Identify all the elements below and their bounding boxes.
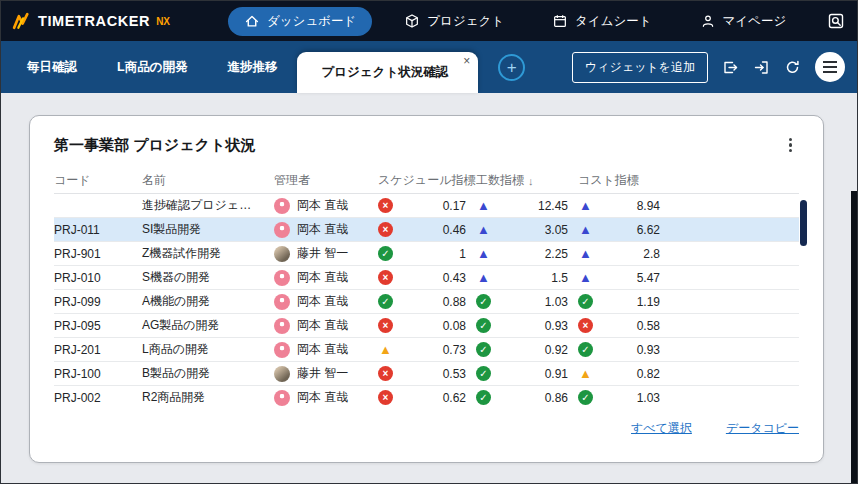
- manager-name: 岡本 直哉: [297, 341, 348, 358]
- brand-suffix: NX: [156, 16, 170, 27]
- cell-project-code: PRJ-095: [54, 319, 142, 333]
- nav-item-project[interactable]: プロジェクト: [388, 7, 520, 36]
- table-row[interactable]: PRJ-095 AG製品の開発 岡本 直哉 × 0.08 ✓ 0.93 × 0.…: [54, 314, 799, 338]
- import-button[interactable]: [753, 59, 770, 76]
- hamburger-icon: [823, 61, 837, 63]
- table-row[interactable]: PRJ-011 SI製品開発 岡本 直哉 × 0.46 ▲ 3.05 ▲ 6.6…: [54, 218, 799, 242]
- table-row[interactable]: PRJ-002 R2商品開発 岡本 直哉 × 0.62 ✓ 0.86 ✓ 1.0…: [54, 386, 799, 408]
- widget-tabs: 毎日確認 L商品の開発 進捗推移 プロジェクト状況確認 × +: [7, 41, 525, 93]
- schedule-value: 0.17: [443, 199, 466, 213]
- tab-label: L商品の開発: [117, 59, 187, 76]
- cost-value: 6.62: [637, 223, 660, 237]
- manager-name: 岡本 直哉: [297, 221, 348, 238]
- cell-cost-indicator: ▲ 6.62: [578, 222, 670, 237]
- cell-manager: 岡本 直哉: [274, 341, 378, 358]
- tab-project-status-check[interactable]: プロジェクト状況確認 ×: [297, 52, 478, 93]
- table-row[interactable]: PRJ-201 L商品の開発 岡本 直哉 ▲ 0.73 ✓ 0.92 ✓ 0.9…: [54, 338, 799, 362]
- nav-item-label: プロジェクト: [427, 13, 504, 30]
- cell-effort-indicator: ✓ 0.86: [476, 390, 578, 405]
- export-button[interactable]: [722, 59, 739, 76]
- nav-item-timesheet[interactable]: タイムシート: [536, 7, 667, 36]
- tab-label: 毎日確認: [27, 59, 77, 76]
- column-header-code[interactable]: コード: [54, 172, 142, 189]
- tab-bar-actions: ウィジェットを追加: [572, 41, 857, 93]
- cell-manager: 岡本 直哉: [274, 389, 378, 406]
- tab-l-product-development[interactable]: L商品の開発: [97, 41, 207, 93]
- effort-status-icon: ▲: [476, 222, 491, 237]
- refresh-button[interactable]: [784, 59, 801, 76]
- cell-manager: 岡本 直哉: [274, 293, 378, 310]
- page-scrollbar-thumb[interactable]: [851, 191, 857, 484]
- table-scrollbar-thumb[interactable]: [800, 200, 807, 246]
- nav-item-label: タイムシート: [575, 13, 651, 30]
- table-row[interactable]: PRJ-901 Z機器試作開発 藤井 智一 ✓ 1 ▲ 2.25 ▲ 2.8: [54, 242, 799, 266]
- schedule-status-icon: ×: [378, 222, 393, 237]
- kebab-icon: [789, 138, 792, 141]
- effort-value: 0.92: [545, 343, 568, 357]
- effort-value: 1.5: [551, 271, 568, 285]
- table-row[interactable]: PRJ-099 A機能の開発 岡本 直哉 ✓ 0.88 ✓ 1.03 ✓ 1.1…: [54, 290, 799, 314]
- column-header-effort[interactable]: 工数指標 ↓: [476, 172, 578, 189]
- column-header-schedule[interactable]: スケジュール指標: [378, 172, 476, 189]
- schedule-status-icon: ×: [378, 198, 393, 213]
- cell-manager: 岡本 直哉: [274, 317, 378, 334]
- cost-value: 0.58: [637, 319, 660, 333]
- schedule-status-icon: ×: [378, 270, 393, 285]
- effort-value: 2.25: [545, 247, 568, 261]
- cost-status-icon: ✓: [578, 294, 593, 309]
- cell-project-name: A機能の開発: [142, 293, 274, 310]
- add-tab-button[interactable]: +: [498, 54, 525, 81]
- select-all-link[interactable]: すべて選択: [631, 420, 692, 437]
- column-header-cost[interactable]: コスト指標: [578, 172, 670, 189]
- hamburger-menu-button[interactable]: [815, 52, 845, 82]
- close-icon[interactable]: ×: [463, 55, 470, 67]
- table-row[interactable]: PRJ-010 S機器の開発 岡本 直哉 × 0.43 ▲ 1.5 ▲ 5.47: [54, 266, 799, 290]
- effort-value: 1.03: [545, 295, 568, 309]
- primary-nav: ダッシュボード プロジェクト タイムシート: [228, 7, 802, 36]
- nav-item-mypage[interactable]: マイページ: [684, 7, 803, 36]
- effort-status-icon: ✓: [476, 342, 491, 357]
- cost-value: 2.8: [643, 247, 660, 261]
- effort-status-icon: ✓: [476, 294, 491, 309]
- tab-progress-trend[interactable]: 進捗推移: [207, 41, 297, 93]
- column-header-name[interactable]: 名前: [142, 172, 274, 189]
- add-widget-button[interactable]: ウィジェットを追加: [572, 52, 708, 83]
- manager-avatar: [274, 294, 290, 310]
- dashboard-content: 第一事業部 プロジェクト状況 コード 名前 管理者 スケジュール指標 工数指標 …: [1, 93, 857, 484]
- manager-avatar: [274, 342, 290, 358]
- cost-status-icon: ✓: [578, 390, 593, 405]
- effort-status-icon: ✓: [476, 390, 491, 405]
- cell-project-code: PRJ-002: [54, 391, 142, 405]
- schedule-status-icon: ✓: [378, 246, 393, 261]
- cost-status-icon: ✓: [578, 342, 593, 357]
- manager-avatar: [274, 198, 290, 214]
- column-header-manager[interactable]: 管理者: [274, 172, 378, 189]
- schedule-value: 0.53: [443, 367, 466, 381]
- cell-cost-indicator: ▲ 2.8: [578, 246, 670, 261]
- schedule-value: 0.62: [443, 391, 466, 405]
- table-row[interactable]: 進捗確認プロジェ… 岡本 直哉 × 0.17 ▲ 12.45 ▲ 8.94: [54, 194, 799, 218]
- cost-value: 1.19: [637, 295, 660, 309]
- tab-daily-check[interactable]: 毎日確認: [7, 41, 97, 93]
- kebab-menu-button[interactable]: [782, 134, 799, 157]
- tab-label: 進捗推移: [227, 59, 277, 76]
- cost-value: 0.82: [637, 367, 660, 381]
- cost-value: 1.03: [637, 391, 660, 405]
- app-logo[interactable]: TIMETRACKER NX: [11, 11, 170, 32]
- table-row[interactable]: PRJ-100 B製品の開発 藤井 智一 × 0.53 ✓ 0.91 ▲ 0.8…: [54, 362, 799, 386]
- search-document-button[interactable]: [827, 12, 847, 30]
- data-copy-link[interactable]: データコピー: [726, 420, 799, 437]
- cell-schedule-indicator: × 0.62: [378, 390, 476, 405]
- cell-cost-indicator: ✓ 1.03: [578, 390, 670, 405]
- project-status-widget: 第一事業部 プロジェクト状況 コード 名前 管理者 スケジュール指標 工数指標 …: [29, 115, 824, 463]
- cell-cost-indicator: ✓ 0.93: [578, 342, 670, 357]
- cell-schedule-indicator: × 0.17: [378, 198, 476, 213]
- cell-effort-indicator: ✓ 0.91: [476, 366, 578, 381]
- schedule-status-icon: ×: [378, 390, 393, 405]
- effort-status-icon: ▲: [476, 270, 491, 285]
- nav-item-dashboard[interactable]: ダッシュボード: [228, 7, 372, 36]
- person-icon: [700, 13, 716, 29]
- cell-schedule-indicator: × 0.46: [378, 222, 476, 237]
- manager-avatar: [274, 270, 290, 286]
- effort-value: 3.05: [545, 223, 568, 237]
